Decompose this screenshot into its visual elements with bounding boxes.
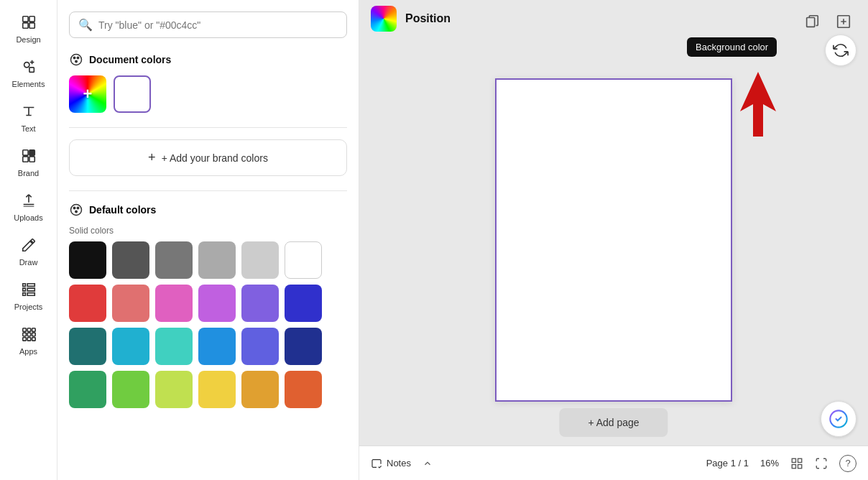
sidebar-item-elements-label: Elements (12, 80, 45, 88)
svg-rect-12 (32, 328, 35, 332)
color-cell-5[interactable] (285, 241, 322, 279)
color-cell-20[interactable] (155, 371, 193, 408)
grid-view-icon (790, 457, 803, 470)
uploads-icon (19, 190, 39, 211)
zoom-level[interactable]: 16% (760, 458, 779, 469)
add-brand-label: + Add your brand colors (162, 152, 268, 164)
default-colors-title: Default colors (89, 204, 156, 216)
svg-rect-1 (29, 17, 34, 22)
svg-rect-13 (22, 333, 26, 336)
notes-button[interactable]: Notes (371, 458, 411, 469)
search-icon: 🔍 (78, 18, 93, 32)
color-cell-13[interactable] (112, 328, 149, 365)
brand-icon (19, 146, 39, 166)
apps-icon (19, 324, 39, 344)
svg-point-24 (73, 207, 75, 209)
svg-rect-2 (22, 23, 27, 28)
add-page-button[interactable]: + Add page (559, 408, 668, 437)
svg-rect-16 (22, 338, 26, 341)
svg-rect-3 (29, 23, 34, 28)
color-cell-19[interactable] (112, 371, 149, 408)
svg-rect-8 (22, 157, 27, 162)
add-color-swatch[interactable] (69, 75, 106, 113)
sidebar-item-text-label: Text (21, 124, 35, 133)
solid-colors-grid (69, 241, 347, 408)
color-cell-14[interactable] (155, 328, 193, 365)
svg-point-4 (24, 63, 29, 68)
color-cell-6[interactable] (69, 285, 106, 322)
text-icon (19, 101, 39, 121)
search-input[interactable] (98, 19, 338, 31)
document-colors-row (69, 75, 347, 113)
divider-1 (69, 127, 347, 128)
svg-point-20 (73, 57, 75, 59)
svg-rect-6 (22, 150, 27, 155)
color-cell-9[interactable] (198, 285, 236, 322)
svg-rect-15 (32, 333, 35, 336)
chevron-up-icon (423, 458, 433, 469)
color-cell-17[interactable] (285, 328, 322, 365)
notes-label: Notes (387, 458, 411, 469)
color-cell-8[interactable] (155, 285, 193, 322)
color-cell-10[interactable] (241, 285, 279, 322)
notes-icon (371, 458, 382, 469)
sidebar-item-draw[interactable]: Draw (0, 229, 57, 272)
magic-button[interactable] (821, 401, 857, 437)
search-bar[interactable]: 🔍 (69, 11, 347, 38)
sidebar: Design Elements Text Brand Uploads Draw (0, 0, 57, 480)
color-cell-22[interactable] (241, 371, 279, 408)
sidebar-item-uploads-label: Uploads (14, 213, 42, 222)
sidebar-item-apps[interactable]: Apps (0, 318, 57, 361)
page-canvas (495, 78, 732, 402)
sidebar-item-apps-label: Apps (19, 347, 37, 356)
arrow-svg (733, 72, 783, 137)
magic-icon (828, 409, 849, 429)
elements-icon (19, 57, 39, 77)
page-info: Page 1 / 1 (706, 458, 749, 469)
svg-point-22 (75, 60, 78, 63)
svg-rect-31 (792, 458, 795, 462)
default-colors-section: Default colors (69, 203, 347, 217)
fullscreen-button[interactable] (815, 457, 828, 470)
add-page-label: + Add page (588, 417, 639, 428)
color-cell-16[interactable] (241, 328, 279, 365)
svg-rect-11 (27, 328, 31, 332)
svg-marker-27 (740, 72, 776, 137)
palette-icon (69, 52, 83, 67)
grid-view-button[interactable] (790, 457, 803, 470)
sidebar-item-brand[interactable]: Brand (0, 140, 57, 183)
sidebar-item-elements[interactable]: Elements (0, 51, 57, 94)
color-cell-2[interactable] (155, 241, 193, 279)
color-cell-23[interactable] (285, 371, 322, 408)
color-cell-7[interactable] (112, 285, 149, 322)
add-brand-colors-button[interactable]: + + Add your brand colors (69, 139, 347, 176)
color-cell-4[interactable] (241, 241, 279, 279)
svg-point-23 (71, 205, 82, 216)
canvas-area: Position Background color + Add page (359, 0, 868, 480)
sidebar-item-projects[interactable]: Projects (0, 274, 57, 317)
color-cell-18[interactable] (69, 371, 106, 408)
sidebar-item-design[interactable]: Design (0, 6, 57, 50)
plus-icon: + (148, 150, 156, 165)
color-cell-11[interactable] (285, 285, 322, 322)
svg-point-21 (77, 57, 79, 59)
svg-rect-14 (27, 333, 31, 336)
color-cell-15[interactable] (198, 328, 236, 365)
sidebar-item-uploads[interactable]: Uploads (0, 185, 57, 228)
color-cell-3[interactable] (198, 241, 236, 279)
color-cell-21[interactable] (198, 371, 236, 408)
color-cell-1[interactable] (112, 241, 149, 279)
color-cell-12[interactable] (69, 328, 106, 365)
document-colors-section: Document colors (69, 52, 347, 67)
svg-rect-32 (798, 458, 802, 462)
white-color-swatch[interactable] (114, 75, 151, 113)
sidebar-item-text[interactable]: Text (0, 96, 57, 139)
color-cell-0[interactable] (69, 241, 106, 279)
document-colors-title: Document colors (89, 54, 171, 65)
svg-point-26 (75, 211, 78, 213)
color-panel: 🔍 Document colors + + Add your brand col… (57, 0, 359, 480)
svg-point-19 (71, 55, 82, 65)
help-button[interactable]: ? (839, 455, 857, 472)
design-icon (19, 12, 39, 32)
svg-rect-34 (798, 464, 802, 468)
